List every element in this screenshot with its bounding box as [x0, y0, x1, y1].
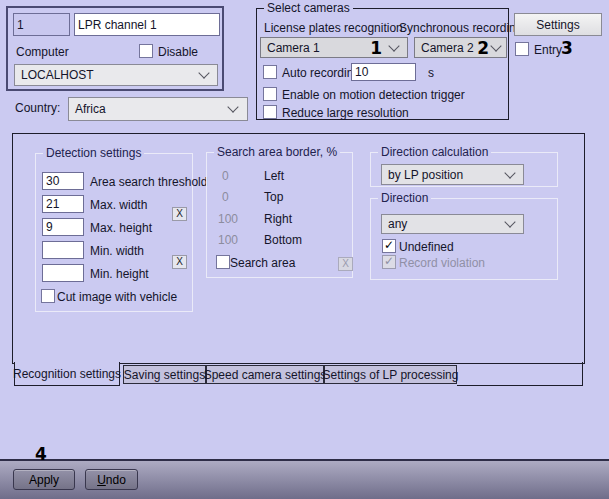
footer-bar: Apply Undo	[0, 461, 609, 499]
chevron-down-icon	[504, 216, 515, 227]
entry-label: Entry	[534, 43, 562, 57]
left-value: 0	[222, 169, 229, 183]
country-combobox[interactable]: Africa	[68, 97, 248, 121]
checkmark-icon: ✓	[384, 254, 394, 268]
clear-max-size-button[interactable]: X	[172, 207, 187, 221]
undo-button[interactable]: Undo	[85, 469, 138, 490]
tab-saving-settings[interactable]: Saving settings	[123, 365, 206, 384]
computer-combobox-value: LOCALHOST	[21, 68, 94, 82]
sync-camera-combobox[interactable]: Camera 2 2	[414, 37, 507, 58]
disable-checkbox[interactable]	[139, 44, 153, 58]
direction-combobox[interactable]: any	[381, 214, 524, 234]
max-width-label: Max. width	[90, 198, 147, 212]
min-height-label: Min. height	[90, 267, 149, 281]
clear-min-size-button[interactable]: X	[172, 255, 187, 269]
tab-label: Recognition settings	[13, 367, 121, 381]
disable-label: Disable	[158, 45, 198, 59]
annotation-1: 1	[370, 38, 381, 58]
tab-strip-extension	[457, 362, 583, 386]
lpr-recognition-label: License plates recognition:	[264, 21, 406, 35]
chevron-down-icon	[227, 101, 238, 112]
search-area-border-title: Search area border, %	[214, 145, 340, 159]
tab-label: Settings of LP processing	[323, 368, 459, 382]
country-combobox-value: Africa	[75, 102, 106, 116]
computer-label: Computer	[16, 45, 69, 59]
direction-calculation-group: Direction calculation by LP position	[370, 152, 558, 187]
direction-combobox-value: any	[388, 217, 407, 231]
search-area-border-group: Search area border, % 0 Left 0 Top 100 R…	[206, 152, 353, 278]
lpr-camera-combobox[interactable]: Camera 1 1	[260, 37, 408, 58]
lpr-channel-settings-window: Computer Disable LOCALHOST Country: Afri…	[0, 0, 609, 499]
channel-id-box: Computer Disable LOCALHOST	[6, 6, 224, 91]
chevron-down-icon	[504, 167, 515, 178]
max-height-field[interactable]	[42, 218, 84, 236]
direction-title: Direction	[378, 191, 431, 205]
seconds-label: s	[428, 66, 434, 80]
sync-camera-combobox-value: Camera 2	[421, 41, 474, 55]
search-area-label: Search area	[230, 256, 295, 270]
right-value: 100	[218, 212, 238, 226]
reduce-resolution-label: Reduce large resolution	[282, 106, 409, 120]
motion-trigger-checkbox[interactable]	[263, 87, 277, 101]
top-label: Top	[264, 190, 283, 204]
cut-image-label: Cut image with vehicle	[57, 290, 177, 304]
lpr-camera-combobox-value: Camera 1	[267, 41, 320, 55]
reduce-resolution-checkbox[interactable]	[263, 105, 277, 119]
min-height-field[interactable]	[42, 264, 84, 282]
direction-calculation-value: by LP position	[388, 168, 463, 182]
undefined-checkbox[interactable]: ✓	[382, 239, 396, 253]
annotation-4: 4	[35, 444, 46, 464]
detection-settings-group: Detection settings Area search threshold…	[35, 153, 193, 312]
cut-image-checkbox[interactable]	[41, 289, 55, 303]
sync-recording-label: Synchronous recording:	[399, 21, 526, 35]
tab-label: Speed camera settings	[204, 368, 327, 382]
max-height-label: Max. height	[90, 221, 152, 235]
min-width-label: Min. width	[90, 244, 144, 258]
apply-button-label: Apply	[29, 473, 59, 487]
area-search-threshold-field[interactable]	[42, 172, 84, 190]
annotation-2: 2	[477, 38, 488, 58]
record-violation-label: Record violation	[399, 256, 485, 270]
computer-combobox[interactable]: LOCALHOST	[14, 64, 218, 86]
left-label: Left	[264, 169, 284, 183]
bottom-value: 100	[218, 233, 238, 247]
undefined-label: Undefined	[399, 240, 454, 254]
clear-search-area-button: X	[338, 257, 353, 271]
direction-calculation-title: Direction calculation	[378, 145, 491, 159]
tab-label: Saving settings	[124, 368, 205, 382]
checkmark-icon: ✓	[384, 238, 394, 252]
min-width-field[interactable]	[42, 241, 84, 259]
right-label: Right	[264, 212, 292, 226]
direction-calculation-combobox[interactable]: by LP position	[381, 164, 524, 185]
tab-settings-of-lp-processing[interactable]: Settings of LP processing	[324, 365, 457, 384]
chevron-down-icon	[388, 40, 399, 51]
motion-trigger-label: Enable on motion detection trigger	[282, 88, 465, 102]
auto-recording-checkbox[interactable]	[263, 65, 277, 79]
settings-button[interactable]: Settings	[514, 13, 602, 36]
bottom-label: Bottom	[264, 233, 302, 247]
detection-settings-title: Detection settings	[43, 146, 144, 160]
auto-recording-label: Auto recording	[282, 66, 360, 80]
settings-button-label: Settings	[536, 18, 579, 32]
country-label: Country:	[15, 101, 60, 115]
annotation-3: 3	[561, 38, 572, 58]
entry-checkbox[interactable]	[515, 42, 529, 56]
undo-button-label: Undo	[97, 473, 126, 487]
auto-recording-duration-field[interactable]	[351, 63, 416, 81]
max-width-field[interactable]	[42, 195, 84, 213]
channel-number-field[interactable]	[13, 13, 70, 36]
record-violation-checkbox: ✓	[382, 255, 396, 269]
apply-button[interactable]: Apply	[13, 469, 75, 490]
tab-recognition-settings[interactable]: Recognition settings	[14, 362, 120, 386]
tab-speed-camera-settings[interactable]: Speed camera settings	[206, 365, 324, 384]
channel-name-field[interactable]	[74, 13, 220, 36]
top-value: 0	[222, 190, 229, 204]
chevron-down-icon	[490, 40, 501, 51]
chevron-down-icon	[198, 67, 209, 78]
search-area-checkbox[interactable]	[216, 255, 230, 269]
select-cameras-group: Select cameras License plates recognitio…	[256, 8, 509, 120]
area-search-threshold-label: Area search threshold	[90, 175, 207, 189]
select-cameras-title: Select cameras	[264, 1, 353, 15]
direction-group: Direction any ✓ Undefined ✓ Record viola…	[370, 198, 558, 280]
